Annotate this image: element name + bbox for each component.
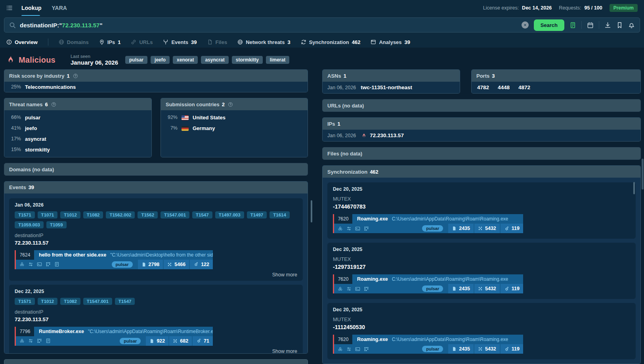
verdict-tag[interactable]: jeefo (151, 56, 170, 64)
tab-overview[interactable]: Overview (6, 36, 38, 48)
biohazard-icon (338, 347, 343, 352)
process-name: Roaming.exe (357, 216, 388, 222)
license-value: Dec 14, 2026 (522, 5, 552, 11)
process-name: RuntimeBroker.exe (39, 329, 84, 334)
events-scrollbar-thumb[interactable] (311, 200, 312, 222)
mitre-tag[interactable]: T1012 (60, 211, 80, 218)
verdict-tag[interactable]: pulsar (125, 56, 147, 64)
requests-value: 95 / 100 (584, 5, 602, 11)
bell-icon[interactable] (628, 22, 635, 29)
terminal-icon (355, 286, 360, 291)
industry-row: 25%Telecommunications (4, 82, 308, 92)
submission-countries-card: Submission countries2 92%United States 7… (161, 98, 308, 157)
gear-count-icon (193, 262, 199, 267)
ip-row[interactable]: Jan 06, 2026 72.230.113.57 (323, 130, 640, 141)
counter-value: 5432 (485, 226, 496, 231)
modules-counter: 119 (501, 284, 523, 293)
asn-row[interactable]: Jan 06, 2026twc-11351-northeast (323, 82, 460, 93)
process-row[interactable]: 7620 Roaming.exe C:\Users\admin\AppData\… (333, 214, 523, 233)
top-nav-lookup[interactable]: Lookup (21, 0, 42, 16)
mitre-tag[interactable]: T1082 (60, 298, 80, 305)
top-nav-yara[interactable]: YARA (52, 0, 67, 16)
clear-search-icon[interactable] (522, 21, 529, 29)
tab-synchronization[interactable]: Synchronization462 (301, 36, 361, 48)
process-row[interactable]: 7796 RuntimeBroker.exe "C:\Users\admin\A… (15, 327, 213, 346)
help-icon[interactable] (73, 73, 78, 79)
mitre-tag[interactable]: T1562.002 (106, 211, 135, 218)
process-row[interactable]: 7624 hello from the other side.exe "C:\U… (15, 250, 213, 269)
help-icon[interactable] (228, 102, 233, 107)
verdict-tag[interactable]: stormkitty (232, 56, 263, 64)
port-value[interactable]: 4448 (498, 84, 510, 90)
report-icon[interactable] (569, 22, 576, 29)
sync-date: Dec 20, 2025 (333, 186, 630, 192)
mitre-tag[interactable]: T1497.003 (215, 211, 244, 218)
verdict-tag[interactable]: asyncrat (201, 56, 228, 64)
tab-analyses[interactable]: Analyses39 (371, 36, 410, 48)
connections-count-icon (478, 226, 483, 231)
mitre-tag[interactable]: T1547.001 (161, 211, 189, 218)
ip-value: 72.230.113.57 (370, 132, 404, 138)
tab-files: Files (207, 36, 227, 48)
percent: 66% (9, 114, 21, 121)
mitre-tag[interactable]: T1547 (192, 211, 212, 218)
verdict-tag[interactable]: xenorat (173, 56, 198, 64)
mitre-tag[interactable]: T1059.003 (15, 221, 44, 228)
country-row[interactable]: 7%Germany (161, 123, 308, 134)
search-query: destinationIP:"72.230.113.57" (20, 22, 103, 29)
show-more-link[interactable]: Show more (272, 272, 297, 278)
download-icon[interactable] (604, 22, 611, 29)
mitre-tag[interactable]: T1571 (15, 211, 35, 218)
tab-network-threats[interactable]: Network threats3 (237, 36, 290, 48)
counter-value: 922 (157, 338, 165, 344)
threat-row[interactable]: 15%stormkitty (4, 144, 151, 155)
mitre-tag[interactable]: T1059 (46, 221, 67, 228)
port-value[interactable]: 4872 (518, 84, 530, 90)
verdict-tag[interactable]: limerat (266, 56, 289, 64)
process-row[interactable]: 7620 Roaming.exe C:\Users\admin\AppData\… (333, 274, 523, 293)
threat-row[interactable]: 2%xenorat (4, 155, 151, 157)
help-icon[interactable] (51, 102, 56, 107)
next-card-partial-header (4, 359, 308, 364)
card-count: 39 (29, 184, 34, 190)
sync-scrollbar-thumb[interactable] (633, 182, 635, 194)
mitre-tag[interactable]: T1571 (15, 298, 35, 305)
last-seen: Last seen January 06, 2026 (71, 54, 118, 66)
show-more-link[interactable]: Show more (272, 349, 297, 353)
search-button[interactable]: Search (534, 19, 564, 31)
search-input[interactable]: destinationIP:"72.230.113.57" Search (4, 17, 640, 33)
mitre-tag[interactable]: T1562 (138, 211, 158, 218)
top-bar: Lookup YARA License expires: Dec 14, 202… (0, 0, 644, 16)
page-scrollbar-thumb[interactable] (642, 159, 644, 190)
notes-icon (54, 262, 59, 267)
port-value[interactable]: 4782 (477, 84, 489, 90)
mitre-tag[interactable]: T1614 (269, 211, 290, 218)
tab-events[interactable]: Events39 (163, 36, 197, 48)
mitre-tag[interactable]: T1082 (83, 211, 103, 218)
bookmark-icon[interactable] (616, 22, 623, 29)
threat-row[interactable]: 41%jeefo (4, 123, 151, 134)
tab-ips[interactable]: IPs1 (99, 36, 121, 48)
threat-tag[interactable]: pulsar (422, 285, 443, 292)
threat-row[interactable]: 17%asyncrat (4, 134, 151, 144)
card-title: Submission countries (166, 102, 220, 107)
divider (581, 21, 582, 29)
threat-tag[interactable]: pulsar (422, 225, 443, 232)
country-row[interactable]: 92%United States (161, 112, 308, 123)
calendar-icon[interactable] (587, 22, 594, 29)
threat-tag[interactable]: pulsar (120, 338, 141, 344)
mitre-tag[interactable]: T1547.001 (83, 298, 112, 305)
menu-icon[interactable] (6, 5, 13, 11)
mitre-tag[interactable]: T1547 (115, 298, 135, 305)
counter-value: 71 (204, 338, 209, 344)
card-title: Files (no data) (327, 151, 362, 157)
threat-tag[interactable]: pulsar (112, 261, 133, 268)
threat-row[interactable]: 66%pulsar (4, 112, 151, 123)
threat-tag[interactable]: pulsar (422, 346, 443, 352)
mitre-tag[interactable]: T1012 (38, 298, 58, 305)
tab-domains: Domains (59, 36, 89, 48)
process-row[interactable]: 7620 Roaming.exe C:\Users\admin\AppData\… (333, 335, 523, 354)
card-title: Ports (476, 73, 489, 79)
mitre-tag[interactable]: T1497 (247, 211, 267, 218)
mitre-tag[interactable]: T1071 (38, 211, 58, 218)
